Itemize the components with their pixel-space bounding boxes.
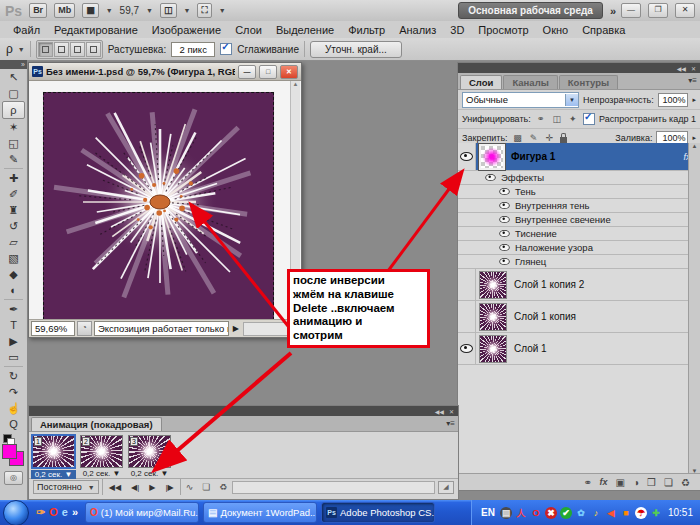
pen-tool[interactable]: ✒ (0, 301, 27, 317)
3d-rotate-tool[interactable]: ↻ (0, 368, 27, 384)
photoshop-quicklaunch-icon[interactable]: ✑ (36, 507, 45, 518)
crop-tool[interactable]: ◱ (0, 135, 27, 151)
animation-frame[interactable]: 20,2 сек. ▼ (79, 434, 124, 476)
zoom-percentage-field[interactable]: 59,69% (31, 321, 75, 336)
brush-tool[interactable]: ✐ (0, 186, 27, 202)
shield-tray-icon[interactable]: ✖ (545, 507, 557, 519)
menu-image[interactable]: Изображение (145, 24, 228, 36)
type-tool[interactable]: T (0, 317, 27, 333)
scroll-up-icon[interactable]: ▲ (692, 143, 698, 149)
frame-thumbnail[interactable]: 2 (80, 435, 123, 468)
dodge-tool[interactable]: ◐ (0, 282, 27, 298)
tab-paths[interactable]: Контуры (559, 75, 618, 89)
layer-thumbnail[interactable] (479, 271, 507, 299)
minimize-button[interactable]: — (621, 3, 641, 18)
lock-paint-icon[interactable]: ✎ (528, 133, 540, 143)
eyedropper-tool[interactable]: ✎ (0, 151, 27, 167)
healing-brush-tool[interactable]: ✚ (0, 170, 27, 186)
document-title-bar[interactable]: Ps Без имени-1.psd @ 59,7% (Фигура 1, RG… (29, 63, 301, 81)
menu-3d[interactable]: 3D (443, 24, 471, 36)
opera-quicklaunch-icon[interactable]: O (49, 507, 58, 518)
eraser-tool[interactable]: ▱ (0, 234, 27, 250)
agent-tray-icon[interactable]: ✔ (560, 507, 572, 519)
blend-mode-dropdown-icon[interactable]: ▼ (565, 94, 578, 106)
delete-frame-button[interactable]: ♻ (217, 482, 229, 492)
collapse-panel-icon[interactable]: ◀◀ (435, 408, 444, 415)
blur-tool[interactable]: ◆ (0, 266, 27, 282)
refine-edge-button[interactable]: Уточн. край... (310, 41, 402, 58)
unify-visibility-icon[interactable]: ◫ (551, 114, 563, 124)
zoom-level-value[interactable]: 59,7 (120, 5, 139, 16)
layer-style-fx-icon[interactable]: fx (600, 477, 608, 487)
canvas-image[interactable] (43, 92, 274, 320)
visibility-eye-icon[interactable] (499, 244, 509, 251)
panel-menu-icon[interactable]: ▾≡ (688, 76, 697, 85)
lasso-tool[interactable]: ρ (2, 101, 25, 119)
clone-stamp-tool[interactable]: ♜ (0, 202, 27, 218)
shape-tool[interactable]: ▭ (0, 349, 27, 365)
workspace-overflow-icon[interactable]: » (610, 5, 614, 17)
printer-tray-icon[interactable]: ▤ (500, 507, 512, 519)
blend-mode-select[interactable]: Обычные ▼ (462, 92, 579, 108)
view-extras-button[interactable]: ▦ (82, 3, 99, 18)
opera-tray-tray-icon[interactable]: O (530, 507, 542, 519)
document-maximize-button[interactable]: □ (259, 65, 277, 79)
new-selection-button[interactable] (38, 42, 53, 57)
layer-mask-icon[interactable]: ▣ (616, 477, 625, 488)
quick-mask-button[interactable]: ◎ (4, 471, 23, 485)
effect-row[interactable]: Внутреннее свечение (458, 213, 700, 227)
visibility-eye-icon[interactable] (460, 344, 473, 353)
new-frame-button[interactable]: ❏ (200, 482, 212, 492)
close-panel-icon[interactable]: ✕ (691, 65, 696, 72)
visibility-cell[interactable] (458, 301, 476, 332)
intersect-selection-button[interactable] (86, 42, 101, 57)
visibility-eye-icon[interactable] (499, 258, 509, 265)
more-quicklaunch-icon[interactable]: » (72, 507, 78, 518)
document-minimize-button[interactable]: — (238, 65, 256, 79)
layer-group-icon[interactable]: ❒ (647, 477, 656, 488)
lock-transparency-icon[interactable]: ▩ (512, 133, 524, 143)
menu-view[interactable]: Просмотр (471, 24, 535, 36)
path-selection-tool[interactable]: ▶ (0, 333, 27, 349)
messenger-tray-icon[interactable]: ✿ (575, 507, 587, 519)
zoom-tool[interactable]: Q (0, 416, 27, 432)
add-selection-button[interactable] (54, 42, 69, 57)
subtract-selection-button[interactable] (70, 42, 85, 57)
ie-quicklaunch-icon[interactable]: e (62, 507, 68, 518)
tab-layers[interactable]: Слои (460, 75, 502, 89)
horn-tray-icon[interactable]: ◀ (605, 507, 617, 519)
menu-filter[interactable]: Фильтр (341, 24, 392, 36)
visibility-eye-icon[interactable] (460, 152, 473, 161)
visibility-eye-icon[interactable] (499, 188, 509, 195)
menu-edit[interactable]: Редактирование (47, 24, 145, 36)
view-extras-dropdown-icon[interactable]: ▼ (106, 7, 113, 14)
propagate-frame-checkbox[interactable] (583, 113, 595, 125)
layer-row[interactable]: Слой 1 копия (458, 301, 700, 333)
visibility-eye-icon[interactable] (499, 202, 509, 209)
effect-row[interactable]: Тиснение (458, 227, 700, 241)
mini-bridge-button[interactable]: Mb (54, 3, 75, 18)
adjustment-layer-icon[interactable]: ◑ (633, 477, 639, 488)
bridge-button[interactable]: Br (29, 3, 47, 18)
menu-help[interactable]: Справка (575, 24, 632, 36)
document-close-button[interactable]: ✕ (280, 65, 298, 79)
workspace-switcher-button[interactable]: Основная рабочая среда (458, 2, 603, 19)
opacity-value[interactable]: 100% (658, 93, 689, 107)
layer-row[interactable]: Слой 1 копия 2 (458, 269, 700, 301)
visibility-cell[interactable] (458, 333, 476, 364)
animation-frame[interactable]: 10,2 сек. ▼ (31, 434, 76, 476)
play-button[interactable]: ▶ (146, 483, 158, 492)
animation-scrollbar[interactable] (232, 481, 435, 494)
first-frame-button[interactable]: ◀◀ (106, 483, 124, 492)
menu-window[interactable]: Окно (536, 24, 576, 36)
effect-row[interactable]: Тень (458, 185, 700, 199)
collapse-panel-icon[interactable]: ◀◀ (677, 65, 686, 72)
task-wordpad[interactable]: ▤Документ 1WordPad... (203, 502, 317, 523)
next-frame-button[interactable]: |▶ (162, 483, 176, 492)
new-layer-icon[interactable]: ❏ (664, 477, 673, 488)
restore-button[interactable]: ❐ (648, 3, 668, 18)
arrange-documents-button[interactable]: ◫ (160, 3, 177, 18)
start-button[interactable] (3, 500, 29, 525)
screen-mode-dropdown-icon[interactable]: ▼ (219, 7, 226, 14)
effect-row[interactable]: Глянец (458, 255, 700, 269)
